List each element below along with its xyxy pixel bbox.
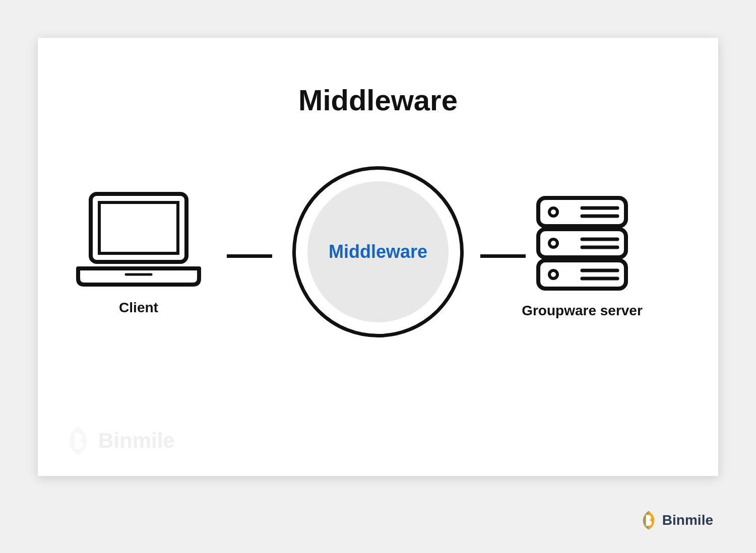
svg-rect-0 — [91, 194, 186, 262]
diagram-title: Middleware — [38, 83, 718, 117]
diagram-card: Middleware Client Middleware — [38, 38, 718, 476]
server-node: Groupware server — [517, 194, 648, 319]
middleware-label: Middleware — [329, 241, 427, 262]
middleware-outer-circle: Middleware — [292, 166, 464, 337]
client-node: Client — [68, 189, 209, 316]
binmile-logo-icon — [66, 426, 91, 456]
server-icon — [534, 194, 630, 292]
middleware-inner-circle: Middleware — [307, 181, 449, 322]
footer-brand: Binmile — [640, 510, 713, 530]
svg-point-12 — [549, 270, 557, 279]
watermark: Binmile — [66, 426, 175, 456]
binmile-logo-icon — [640, 510, 657, 530]
svg-rect-7 — [538, 229, 626, 257]
server-label: Groupware server — [522, 302, 643, 319]
client-label: Client — [119, 300, 158, 316]
footer-brand-text: Binmile — [662, 512, 713, 528]
laptop-icon — [73, 189, 204, 290]
middleware-node: Middleware — [292, 166, 464, 337]
svg-rect-1 — [99, 202, 178, 253]
diagram-row: Client Middleware — [38, 171, 718, 358]
connector-left — [227, 254, 272, 258]
svg-point-4 — [549, 208, 557, 216]
watermark-text: Binmile — [98, 429, 175, 453]
svg-rect-11 — [538, 260, 626, 289]
svg-point-8 — [549, 239, 557, 247]
svg-rect-3 — [538, 198, 626, 226]
